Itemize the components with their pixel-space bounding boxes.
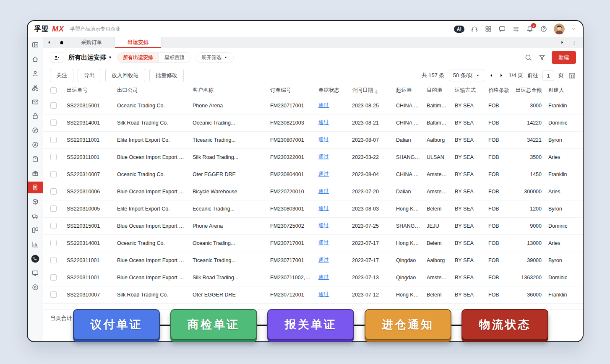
row-checkbox[interactable] — [50, 188, 57, 195]
status-link[interactable]: 通过 — [318, 188, 329, 194]
goto-page-input[interactable] — [542, 70, 554, 81]
export-button[interactable]: 导出 — [78, 69, 101, 82]
row-checkbox[interactable] — [50, 291, 57, 298]
workflow-button[interactable]: 商检单证 — [170, 309, 257, 340]
table-row[interactable]: SS220314001 Oceanic Trading Co. Oceanic … — [43, 234, 583, 252]
contacts-icon[interactable] — [29, 68, 41, 79]
inventory-cube-icon[interactable] — [29, 196, 41, 208]
page-size-select[interactable]: 50 条/页 — [449, 70, 485, 81]
analytics-chart-icon[interactable] — [29, 239, 41, 250]
select-all-checkbox[interactable] — [50, 87, 57, 94]
column-header-9[interactable]: 运输方式 — [451, 84, 485, 97]
sidebar-collapse-icon[interactable] — [29, 39, 41, 51]
table-row[interactable]: SS220310007 Oceanic Trading Co. Oter EGG… — [43, 166, 583, 183]
gift-icon[interactable] — [29, 167, 41, 179]
notifications-bell-icon[interactable]: 7 — [526, 25, 534, 33]
segment-starred-pinned[interactable]: 星标置顶 — [159, 53, 190, 62]
compass-icon[interactable] — [29, 125, 41, 136]
status-link[interactable]: 通过 — [318, 120, 329, 125]
status-link[interactable]: 通过 — [318, 223, 329, 229]
table-row[interactable]: SS220311001 Elite Import Export Co. Ttce… — [43, 131, 583, 148]
tab-forward-chevron-icon[interactable] — [556, 40, 568, 45]
column-header-6[interactable]: 合同日期 — [349, 84, 393, 97]
table-row[interactable]: SS220311001 Blue Ocean Import Export Co.… — [43, 148, 583, 166]
status-link[interactable]: 通过 — [318, 291, 329, 297]
task-list-icon[interactable] — [512, 25, 520, 33]
recycle-bin-button[interactable]: 放入回收站 — [105, 69, 145, 82]
apps-grid-icon[interactable] — [485, 25, 492, 33]
tab-menu-kebab-icon[interactable]: ⋮ — [570, 39, 579, 46]
workflow-button[interactable]: 报关单证 — [267, 309, 354, 340]
row-checkbox[interactable] — [50, 240, 57, 246]
help-icon[interactable] — [540, 25, 547, 33]
brand-a-icon[interactable] — [29, 139, 41, 151]
column-header-1[interactable]: 出运单号 — [63, 84, 114, 97]
status-link[interactable]: 通过 — [318, 274, 329, 280]
segment-all-shipments[interactable]: 所有出运安排 — [117, 53, 159, 62]
home-icon[interactable] — [29, 53, 41, 65]
table-row[interactable]: SS220310006 Blue Ocean Import Export Co.… — [43, 183, 583, 200]
chevron-down-icon[interactable] — [571, 26, 576, 31]
status-link[interactable]: 通过 — [318, 257, 329, 263]
column-header-7[interactable]: 起运港 — [393, 84, 423, 97]
sidebar-item-shipping-docs[interactable] — [28, 182, 43, 193]
row-checkbox[interactable] — [50, 137, 57, 143]
whatsapp-icon[interactable] — [29, 253, 41, 265]
column-header-5[interactable]: 单据状态 — [315, 84, 349, 97]
workflow-button[interactable]: 进仓通知 — [365, 309, 451, 340]
column-header-4[interactable]: 订单编号 — [267, 84, 315, 97]
table-row[interactable]: SS220315001 Oceanic Trading Co. Phone Ar… — [43, 97, 583, 114]
status-link[interactable]: 通过 — [318, 102, 329, 108]
sort-icon[interactable] — [375, 90, 378, 94]
filter-funnel-icon[interactable] — [538, 54, 546, 61]
table-row[interactable]: SS220311001 Blue Ocean Import Export Co.… — [43, 269, 583, 286]
status-link[interactable]: 通过 — [318, 171, 329, 177]
column-header-10[interactable]: 价格条款 — [485, 84, 512, 97]
follow-button[interactable]: 关注 — [50, 69, 73, 82]
devices-monitor-icon[interactable] — [29, 267, 41, 279]
status-link[interactable]: 通过 — [318, 205, 329, 211]
next-page-button[interactable] — [498, 73, 504, 78]
table-row[interactable]: SS220314001 Silk Road Trading Co. Oceani… — [43, 114, 583, 131]
table-row[interactable]: SS220311001 Blue Ocean Import Export Co.… — [43, 252, 583, 269]
column-settings-icon[interactable] — [568, 72, 576, 80]
expand-filters-pill[interactable]: 展开筛选 — [196, 52, 234, 63]
tab-back-chevron-icon[interactable] — [43, 37, 55, 48]
logistics-truck-icon[interactable] — [29, 210, 41, 222]
column-header-3[interactable]: 客户名称 — [189, 84, 267, 97]
tab-purchase-orders[interactable]: 采购订单 — [68, 37, 115, 48]
row-checkbox[interactable] — [50, 274, 57, 281]
assignee-filter-button[interactable] — [50, 52, 63, 63]
workflow-button[interactable]: 物流状态 — [461, 309, 548, 340]
headset-support-icon[interactable] — [471, 25, 478, 33]
target-icon[interactable] — [29, 281, 41, 293]
column-header-8[interactable]: 目的港 — [423, 84, 451, 97]
view-selector[interactable]: 所有出运安排 ▼ — [68, 54, 112, 62]
ai-assistant-button[interactable]: AI — [454, 26, 464, 33]
table-row[interactable]: SS220310007 Silk Road Trading Co. Oter E… — [43, 286, 583, 303]
row-checkbox[interactable] — [50, 171, 57, 177]
status-link[interactable]: 通过 — [318, 154, 329, 160]
row-checkbox[interactable] — [50, 205, 57, 212]
kanban-icon[interactable] — [29, 224, 41, 236]
search-icon[interactable] — [524, 54, 532, 62]
row-checkbox[interactable] — [50, 223, 57, 229]
tab-shipment-arrangement[interactable]: 出运安排 — [115, 37, 162, 48]
row-checkbox[interactable] — [50, 120, 57, 126]
status-link[interactable]: 通过 — [318, 137, 329, 143]
mail-icon[interactable] — [29, 96, 41, 108]
prev-page-button[interactable] — [488, 73, 494, 78]
row-checkbox[interactable] — [50, 257, 57, 263]
row-checkbox[interactable] — [50, 154, 57, 160]
chat-icon[interactable] — [498, 25, 506, 33]
workflow-button[interactable]: 议付单证 — [73, 309, 160, 340]
table-row[interactable]: SS220310005 Elite Import Export Co. Ecea… — [43, 200, 583, 217]
new-button[interactable]: 新建 — [552, 51, 576, 64]
batch-edit-button[interactable]: 批量修改 — [149, 69, 184, 82]
product-box-icon[interactable] — [29, 153, 41, 165]
table-row[interactable]: SS220315001 Blue Ocean Import Export Co.… — [43, 217, 583, 234]
column-header-2[interactable]: 出口公司 — [114, 84, 189, 97]
row-checkbox[interactable] — [50, 102, 57, 109]
user-avatar[interactable] — [554, 23, 565, 34]
orders-bag-icon[interactable] — [29, 110, 41, 122]
